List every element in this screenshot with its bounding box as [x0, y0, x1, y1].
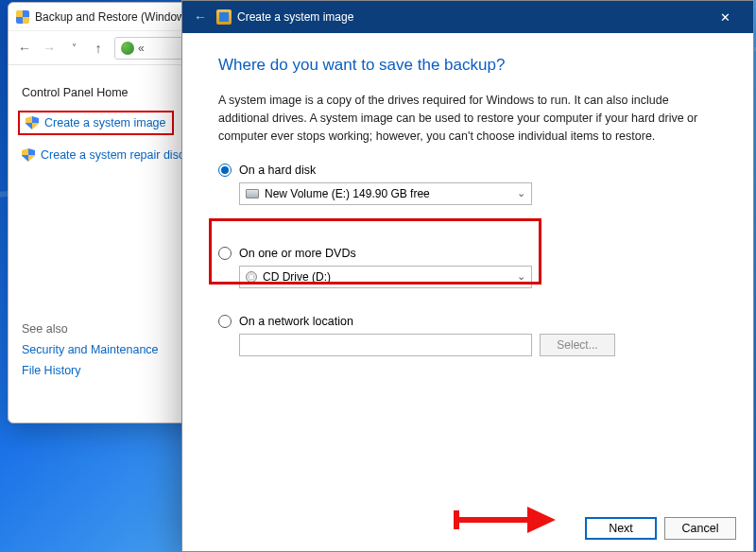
option-dvd-group: On one or more DVDs CD Drive (D:) ⌄	[218, 247, 717, 288]
option-network-label[interactable]: On a network location	[239, 315, 353, 328]
option-network-group: On a network location Select...	[218, 315, 717, 356]
dvd-combo[interactable]: CD Drive (D:) ⌄	[239, 266, 532, 288]
shield-icon	[16, 10, 29, 24]
option-dvd-label[interactable]: On one or more DVDs	[239, 247, 356, 260]
globe-icon	[121, 42, 134, 55]
system-image-wizard: ← Create a system image ✕ Where do you w…	[181, 0, 754, 552]
wizard-title: Create a system image	[237, 10, 353, 24]
nav-forward-icon[interactable]: →	[41, 41, 58, 56]
shield-icon	[22, 148, 35, 162]
wizard-footer: Next Cancel	[182, 506, 753, 551]
chevron-down-icon: ⌄	[517, 270, 525, 283]
nav-back-icon[interactable]: ←	[16, 41, 33, 56]
option-hard-disk-group: On a hard disk New Volume (E:) 149.90 GB…	[218, 164, 717, 205]
option-hard-disk-label[interactable]: On a hard disk	[239, 164, 316, 177]
control-panel-title: Backup and Restore (Window	[35, 10, 185, 24]
hard-disk-icon	[246, 189, 259, 198]
dvd-value: CD Drive (D:)	[263, 270, 331, 284]
cd-icon	[246, 271, 257, 283]
wizard-heading: Where do you want to save the backup?	[218, 56, 717, 75]
nav-chevron-down-icon[interactable]: ˅	[65, 43, 82, 53]
create-system-image-link[interactable]: Create a system image	[44, 116, 166, 129]
chevron-down-icon: ⌄	[517, 187, 525, 199]
shield-icon	[26, 116, 39, 129]
wizard-title-icon	[216, 9, 232, 25]
radio-network[interactable]	[218, 315, 232, 328]
create-repair-label: Create a system repair disc	[41, 148, 184, 162]
highlight-create-system-image: Create a system image	[18, 111, 174, 135]
wizard-body: Where do you want to save the backup? A …	[182, 33, 753, 506]
wizard-titlebar: ← Create a system image ✕	[182, 1, 753, 33]
wizard-description: A system image is a copy of the drives r…	[218, 92, 717, 145]
close-button[interactable]: ✕	[704, 4, 746, 30]
cancel-button[interactable]: Cancel	[664, 517, 736, 540]
select-network-button[interactable]: Select...	[540, 334, 615, 356]
radio-hard-disk[interactable]	[218, 164, 232, 177]
address-chevrons: «	[138, 42, 145, 55]
radio-dvd[interactable]	[218, 247, 232, 260]
back-arrow-icon[interactable]: ←	[192, 9, 209, 26]
network-path-input[interactable]	[239, 334, 532, 356]
next-button[interactable]: Next	[585, 517, 657, 540]
nav-up-icon[interactable]: ↑	[90, 41, 107, 56]
hard-disk-value: New Volume (E:) 149.90 GB free	[265, 187, 430, 200]
hard-disk-combo[interactable]: New Volume (E:) 149.90 GB free ⌄	[239, 182, 532, 205]
